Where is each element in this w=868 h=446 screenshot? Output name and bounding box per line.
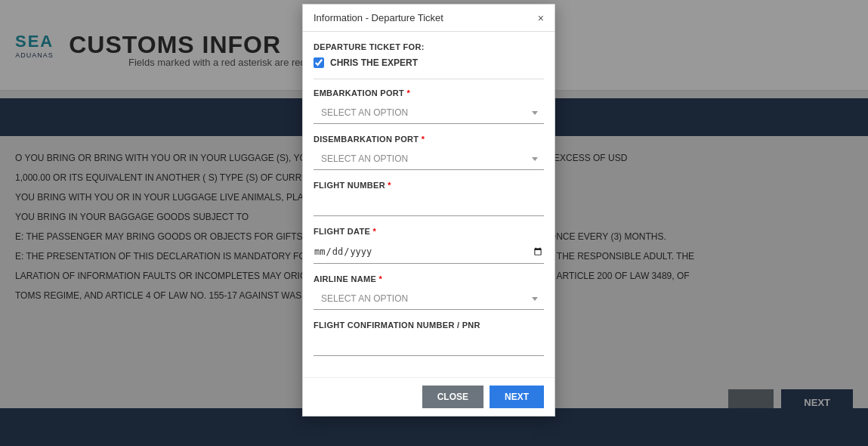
departure-for-label: DEPARTURE TICKET FOR: (314, 42, 544, 51)
disembarkation-port-select[interactable]: SELECT AN OPTION (314, 148, 544, 170)
flight-confirmation-group: FLIGHT CONFIRMATION NUMBER / PNR (314, 321, 544, 356)
passenger-checkbox[interactable] (314, 57, 324, 68)
modal-next-button[interactable]: NEXT (490, 386, 544, 408)
flight-number-input[interactable] (314, 194, 544, 216)
embarkation-required: * (404, 88, 410, 98)
modal-footer: CLOSE NEXT (303, 377, 554, 416)
flight-date-required: * (370, 227, 376, 236)
flight-confirmation-input[interactable] (314, 334, 544, 356)
embarkation-port-select[interactable]: SELECT AN OPTION (314, 102, 544, 124)
passenger-name: CHRIS THE EXPERT (330, 57, 418, 68)
airline-name-group: AIRLINE NAME * SELECT AN OPTION (314, 274, 544, 310)
embarkation-port-group: EMBARKATION PORT * SELECT AN OPTION (314, 88, 544, 124)
flight-date-input[interactable] (314, 240, 544, 264)
flight-date-label: FLIGHT DATE * (314, 227, 544, 236)
departure-ticket-modal: Information - Departure Ticket × DEPARTU… (302, 4, 555, 417)
airline-name-select[interactable]: SELECT AN OPTION (314, 288, 544, 310)
flight-date-group: FLIGHT DATE * (314, 227, 544, 264)
airline-name-label: AIRLINE NAME * (314, 274, 544, 283)
divider-1 (314, 79, 544, 79)
modal-title: Information - Departure Ticket (314, 12, 443, 23)
flight-number-group: FLIGHT NUMBER * (314, 181, 544, 216)
modal-header: Information - Departure Ticket × (303, 5, 554, 32)
modal-close-button[interactable]: CLOSE (422, 386, 483, 408)
passenger-checkbox-row: CHRIS THE EXPERT (314, 57, 544, 68)
disembarkation-port-group: DISEMBARKATION PORT * SELECT AN OPTION (314, 135, 544, 170)
airline-required: * (376, 274, 382, 283)
flight-number-label: FLIGHT NUMBER * (314, 181, 544, 190)
embarkation-port-label: EMBARKATION PORT * (314, 88, 544, 98)
flight-number-required: * (385, 181, 391, 190)
disembarkation-port-label: DISEMBARKATION PORT * (314, 135, 544, 144)
disembarkation-required: * (419, 135, 425, 144)
flight-confirmation-label: FLIGHT CONFIRMATION NUMBER / PNR (314, 321, 544, 330)
modal-close-x-button[interactable]: × (538, 13, 544, 23)
modal-body: DEPARTURE TICKET FOR: CHRIS THE EXPERT E… (303, 32, 554, 377)
